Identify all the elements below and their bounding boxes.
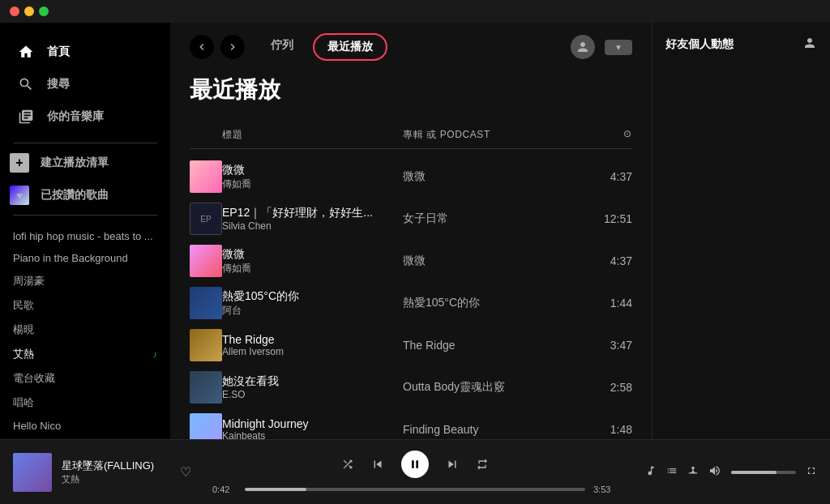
sidebar-item-hello-nico[interactable]: Hello Nico [0, 415, 170, 437]
volume-bar[interactable] [731, 471, 796, 474]
liked-songs-label: 已按讚的歌曲 [41, 188, 109, 203]
track-album-2: 女子日常 [403, 211, 584, 226]
header-duration: ⊙ [584, 128, 632, 142]
traffic-lights [10, 6, 49, 16]
volume-icon[interactable] [708, 464, 721, 480]
track-row[interactable]: 熱愛105°C的你 阿台 熱愛105°C的你 1:44 [190, 282, 632, 324]
track-row[interactable]: The Ridge Allem Iversom The Ridge 3:47 [190, 324, 632, 366]
repeat-button[interactable] [476, 458, 489, 471]
player-track-artist: 艾熱 [62, 473, 170, 485]
liked-songs-icon: ♥ [10, 186, 29, 205]
sidebar-divider [13, 143, 157, 143]
title-bar [0, 0, 830, 23]
track-artist-7: Kainbeats [222, 430, 309, 439]
progress-fill [245, 488, 306, 491]
header-album: 專輯 或 PODCAST [403, 128, 584, 142]
sidebar-item-yang[interactable]: 楊晛 [0, 318, 170, 342]
track-list-header: 標題 專輯 或 PODCAST ⊙ [190, 122, 632, 149]
track-artist-1: 傳如喬 [222, 177, 251, 191]
track-artist-3: 傳如喬 [222, 262, 251, 275]
track-thumb-2: EP [190, 203, 222, 235]
player-track-info: 星球墜落(FALLING) 艾熱 [62, 459, 170, 485]
player-center: 0:42 3:53 [191, 451, 639, 494]
tab-recent[interactable]: 最近播放 [313, 33, 387, 61]
track-album-6: Outta Body靈魂出竅 [403, 380, 584, 395]
track-title-7: Midnight Journey [222, 417, 309, 430]
user-avatar[interactable] [571, 35, 595, 59]
track-list-area: 最近播放 標題 專輯 或 PODCAST ⊙ 微微 傳如喬 微微 4:37 [170, 71, 652, 439]
track-info-6: 她沒在看我 E.SO [222, 374, 403, 400]
progress-bar[interactable] [245, 488, 585, 491]
track-row[interactable]: Midnight Journey Kainbeats Finding Beaut… [190, 408, 632, 439]
track-row[interactable]: EP EP12｜「好好理財，好好生... Silvia Chen 女子日常 12… [190, 198, 632, 240]
create-playlist-icon: + [10, 153, 29, 173]
main-layout: 首頁 搜尋 你的音樂庫 + 建立播放清單 ♥ 已按讚的歌曲 [0, 23, 830, 439]
track-info-4: 熱愛105°C的你 阿台 [222, 289, 403, 318]
sidebar-item-rap[interactable]: 唱哈 [0, 391, 170, 415]
track-thumb-4 [190, 287, 222, 319]
sidebar-item-zhou[interactable]: 周湯豪 [0, 269, 170, 293]
right-panel-title: 好友個人動態 [665, 37, 734, 52]
track-album-5: The Ridge [403, 339, 584, 352]
track-album-7: Finding Beauty [403, 423, 584, 436]
sidebar-item-piano[interactable]: Piano in the Background [0, 247, 170, 269]
tab-queue[interactable]: 佇列 [258, 33, 306, 61]
close-button[interactable] [10, 6, 19, 16]
track-info-7: Midnight Journey Kainbeats [222, 417, 403, 439]
track-row[interactable]: 微微 傳如喬 微微 4:37 [190, 240, 632, 282]
shuffle-button[interactable] [341, 458, 354, 471]
player-left: 星球墜落(FALLING) 艾熱 ♡ [13, 453, 191, 492]
track-row[interactable]: 微微 傳如喬 微微 4:37 [190, 156, 632, 198]
nav-tabs: 佇列 最近播放 [258, 33, 558, 61]
track-album-3: 微微 [403, 254, 584, 268]
forward-button[interactable] [220, 35, 245, 59]
lyrics-button[interactable] [645, 465, 657, 479]
player-bar: 星球墜落(FALLING) 艾熱 ♡ 0:42 [0, 439, 830, 504]
next-button[interactable] [445, 457, 460, 472]
sidebar-divider-2 [13, 215, 157, 216]
volume-fill [731, 471, 777, 474]
track-artist-4: 阿台 [222, 304, 299, 318]
like-button[interactable]: ♡ [180, 464, 191, 480]
sidebar-search-label: 搜尋 [47, 77, 70, 92]
sidebar-item-search[interactable]: 搜尋 [6, 68, 164, 100]
prev-button[interactable] [370, 457, 385, 472]
track-duration-2: 12:51 [584, 212, 632, 225]
track-info-1: 微微 傳如喬 [222, 163, 403, 191]
sidebar-item-folk[interactable]: 民歌 [0, 293, 170, 318]
minimize-button[interactable] [24, 6, 34, 16]
sidebar-item-home[interactable]: 首頁 [6, 36, 164, 68]
queue-button[interactable] [666, 465, 678, 479]
right-panel: 好友個人動態 [652, 23, 830, 439]
sidebar-item-ai[interactable]: 艾熱 ♪ [0, 342, 170, 366]
user-icon-right[interactable] [802, 36, 817, 53]
sidebar-item-radio[interactable]: 電台收藏 [0, 366, 170, 391]
sidebar-item-lofi[interactable]: lofi hip hop music - beats to ... [0, 225, 170, 247]
track-title-4: 熱愛105°C的你 [222, 289, 299, 304]
sidebar-item-library[interactable]: 你的音樂庫 [6, 100, 164, 133]
track-info-3: 微微 傳如喬 [222, 247, 403, 275]
back-button[interactable] [190, 35, 214, 59]
player-album-art [13, 453, 52, 492]
track-artist-6: E.SO [222, 389, 279, 400]
progress-row: 0:42 3:53 [212, 485, 618, 494]
play-pause-button[interactable] [401, 451, 429, 478]
nav-right: ▼ [571, 35, 632, 59]
device-button[interactable] [687, 465, 699, 479]
fullscreen-button[interactable] [806, 465, 817, 479]
track-artist-5: Allem Iversom [222, 346, 284, 357]
maximize-button[interactable] [39, 6, 49, 16]
player-controls [341, 451, 489, 478]
track-thumb-6 [190, 371, 222, 404]
liked-songs-action[interactable]: ♥ 已按讚的歌曲 [0, 179, 170, 211]
track-duration-3: 4:37 [584, 254, 632, 267]
create-playlist-action[interactable]: + 建立播放清單 [0, 147, 170, 179]
track-album-4: 熱愛105°C的你 [403, 296, 584, 310]
track-thumb-1 [190, 160, 222, 193]
track-row[interactable]: 她沒在看我 E.SO Outta Body靈魂出竅 2:58 [190, 366, 632, 408]
center-content: 佇列 最近播放 ▼ 最近播放 標題 專輯 或 PODCAST [170, 23, 652, 439]
user-dropdown[interactable]: ▼ [605, 40, 632, 55]
track-duration-6: 2:58 [584, 381, 632, 394]
track-duration-7: 1:48 [584, 423, 632, 436]
track-duration-5: 3:47 [584, 339, 632, 352]
